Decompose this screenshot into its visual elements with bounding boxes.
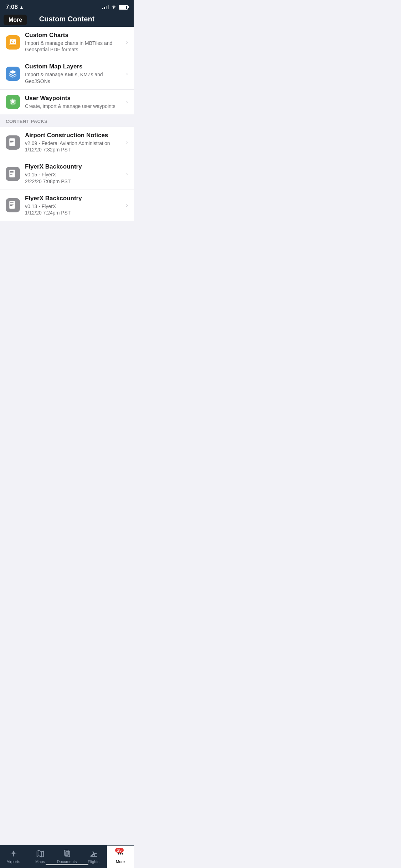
wifi-icon — [111, 5, 117, 10]
user-waypoints-title: User Waypoints — [25, 95, 121, 102]
list-item[interactable]: Custom Charts Import & manage charts in … — [0, 27, 134, 58]
custom-map-layers-icon — [6, 67, 20, 81]
user-waypoints-icon — [6, 95, 20, 109]
custom-map-layers-desc: Import & manage KMLs, KMZs and GeoJSONs — [25, 71, 121, 84]
airport-construction-title: Airport Construction Notices — [25, 132, 121, 139]
signal-icon — [102, 5, 109, 9]
flyerx-2-desc: v0.13 - FlyerX1/12/20 7:24pm PST — [25, 203, 121, 216]
user-waypoints-desc: Create, import & manage user waypoints — [25, 103, 121, 109]
flyerx-2-title: FlyerX Backcountry — [25, 195, 121, 202]
chevron-icon: › — [126, 139, 128, 146]
svg-rect-6 — [10, 143, 12, 143]
location-icon: ▲ — [19, 5, 24, 10]
chevron-icon: › — [126, 98, 128, 105]
custom-charts-desc: Import & manage charts in MBTiles and Ge… — [25, 40, 121, 53]
airport-construction-icon — [6, 135, 20, 150]
svg-rect-11 — [9, 201, 15, 209]
svg-rect-8 — [10, 171, 14, 172]
custom-charts-icon — [6, 35, 20, 50]
flyerx-1-text: FlyerX Backcountry v0.15 - FlyerX2/22/20… — [25, 163, 121, 184]
list-item[interactable]: Custom Map Layers Import & manage KMLs, … — [0, 58, 134, 89]
empty-area — [0, 221, 134, 303]
list-item[interactable]: FlyerX Backcountry v0.13 - FlyerX1/12/20… — [0, 190, 134, 221]
status-time: 7:08 ▲ — [6, 4, 24, 11]
status-bar: 7:08 ▲ — [0, 0, 134, 13]
more-button[interactable]: More — [4, 15, 27, 25]
battery-icon — [119, 5, 128, 10]
time-display: 7:08 — [6, 4, 18, 11]
svg-point-0 — [113, 8, 114, 9]
chevron-icon: › — [126, 202, 128, 209]
status-icons — [102, 5, 128, 10]
svg-rect-10 — [10, 174, 12, 175]
custom-charts-text: Custom Charts Import & manage charts in … — [25, 32, 121, 53]
flyerx-2-icon — [6, 198, 20, 212]
flyerx-2-text: FlyerX Backcountry v0.13 - FlyerX1/12/20… — [25, 195, 121, 216]
list-item[interactable]: User Waypoints Create, import & manage u… — [0, 90, 134, 114]
airport-construction-text: Airport Construction Notices v2.09 - Fed… — [25, 132, 121, 153]
list-item[interactable]: FlyerX Backcountry v0.15 - FlyerX2/22/20… — [0, 158, 134, 190]
chevron-icon: › — [126, 39, 128, 46]
flyerx-1-title: FlyerX Backcountry — [25, 163, 121, 170]
content-packs-header: CONTENT PACKS — [0, 114, 134, 127]
user-waypoints-text: User Waypoints Create, import & manage u… — [25, 95, 121, 109]
list-item[interactable]: Airport Construction Notices v2.09 - Fed… — [0, 127, 134, 158]
flyerx-1-icon — [6, 167, 20, 181]
svg-rect-13 — [10, 204, 14, 205]
svg-rect-9 — [10, 172, 14, 173]
airport-construction-desc: v2.09 - Federal Aviation Administration1… — [25, 140, 121, 153]
custom-charts-title: Custom Charts — [25, 32, 121, 39]
content-packs-section: Airport Construction Notices v2.09 - Fed… — [0, 127, 134, 221]
custom-map-layers-text: Custom Map Layers Import & manage KMLs, … — [25, 63, 121, 84]
svg-rect-7 — [9, 170, 15, 177]
nav-bar: More Custom Content — [0, 13, 134, 27]
flyerx-1-desc: v0.15 - FlyerX2/22/20 7:08pm PST — [25, 171, 121, 184]
content-area: Custom Charts Import & manage charts in … — [0, 27, 134, 114]
chevron-icon: › — [126, 170, 128, 177]
svg-rect-12 — [10, 202, 14, 203]
chevron-icon: › — [126, 70, 128, 77]
svg-rect-3 — [9, 138, 15, 146]
svg-rect-14 — [10, 205, 12, 206]
svg-rect-5 — [10, 141, 14, 142]
custom-map-layers-title: Custom Map Layers — [25, 63, 121, 70]
svg-rect-4 — [10, 140, 14, 140]
